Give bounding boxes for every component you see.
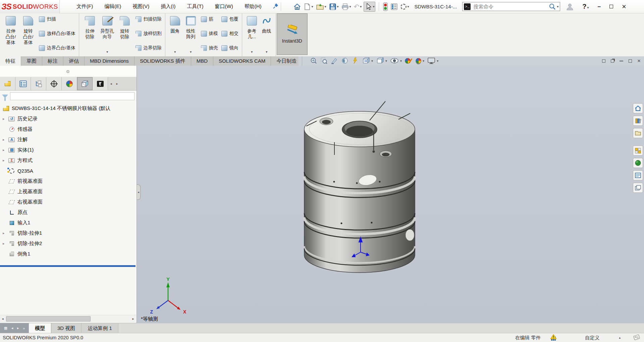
menu-help[interactable]: 帮助(H) [245, 3, 262, 10]
scroll-left-icon[interactable]: ◂ [0, 317, 5, 321]
doc-close-icon[interactable]: × [637, 58, 641, 64]
home-button[interactable] [292, 2, 302, 12]
design-library-icon[interactable] [633, 116, 643, 126]
tab-solidworks-cam[interactable]: SOLIDWORKS CAM [213, 56, 271, 66]
appearance-spray-icon[interactable] [352, 57, 359, 64]
mirror-button[interactable]: 镜向 [221, 45, 238, 51]
linear-pattern-dropdown-icon[interactable]: ▾ [190, 50, 192, 54]
tab-markup[interactable]: 标注 [42, 56, 63, 66]
hole-wizard-button[interactable]: 异型孔向导 ▾ [99, 14, 116, 55]
file-explorer-icon[interactable] [633, 128, 643, 138]
close-button[interactable]: × [622, 2, 626, 11]
tab-solidworks-addins[interactable]: SOLIDWORKS 插件 [135, 56, 191, 66]
options-dropdown-icon[interactable]: ▾ [407, 5, 409, 8]
boundary-cut-button[interactable]: 边界切除 [136, 45, 162, 51]
tree-item-imported1[interactable]: 输入1 [0, 218, 137, 228]
menu-insert[interactable]: 插入(I) [161, 3, 175, 10]
expand-arrow-icon[interactable]: ▸ [3, 158, 8, 163]
tree-filter-input[interactable] [10, 92, 135, 100]
displaymanager-appearance-tab[interactable] [62, 77, 77, 90]
nav-right-icon[interactable]: ▸ [17, 326, 19, 330]
user-account-icon[interactable] [566, 3, 574, 10]
tab-model[interactable]: 模型 [29, 323, 51, 333]
custom-properties-icon[interactable] [633, 170, 643, 180]
instant3d-toggle[interactable]: Instant3D [277, 13, 308, 55]
wrap-button[interactable]: 包覆 [221, 16, 238, 22]
extruded-cut-button[interactable]: 拉伸切除 [81, 14, 99, 55]
tree-item-history[interactable]: ▸ ↺ 历史记录 [0, 114, 137, 124]
extruded-boss-base-button[interactable]: 拉伸凸台/基体 [2, 14, 19, 55]
expand-arrow-icon[interactable]: ▸ [3, 241, 8, 246]
new-file-button[interactable]: ▾ [303, 2, 314, 12]
swept-boss-button[interactable]: 扫描 [39, 16, 75, 22]
fillet-dropdown-icon[interactable]: ▾ [174, 50, 176, 54]
search-icon[interactable] [549, 3, 556, 10]
appearances-icon[interactable] [633, 158, 643, 168]
select-button[interactable]: ▾ [364, 2, 375, 12]
revolved-cut-button[interactable]: 旋转切除 [116, 14, 133, 55]
hide-show-dropdown-icon[interactable]: ▾ [400, 59, 402, 63]
restore-button[interactable] [609, 5, 613, 8]
tree-item-origin[interactable]: 原点 [0, 207, 137, 218]
home-icon[interactable] [633, 103, 643, 113]
unit-system-tag-icon[interactable] [633, 334, 641, 341]
hide-show-items-icon[interactable]: ▾ [390, 57, 402, 64]
tree-item-sensors[interactable]: 传感器 [0, 124, 137, 134]
panel-splitter-knob[interactable] [66, 70, 69, 73]
view-settings-icon[interactable]: ▾ [427, 57, 438, 64]
rebuild-button[interactable] [382, 2, 388, 12]
tree-item-chamfer1[interactable]: 倒角1 [0, 249, 137, 259]
tree-item-material[interactable]: Q235A [0, 166, 137, 176]
menu-file[interactable]: 文件(F) [76, 3, 93, 10]
fillet-button[interactable]: 圆角 ▾ [167, 14, 183, 55]
tree-item-cut-extrude2[interactable]: ▸ 切除-拉伸2 [0, 238, 137, 249]
reference-geometry-button[interactable]: 参考几... ▾ [244, 14, 260, 55]
view-palette-icon[interactable] [633, 146, 643, 156]
tree-item-front-plane[interactable]: 前视基准面 [0, 176, 137, 186]
apply-scene-icon[interactable]: ▾ [416, 58, 424, 64]
view-settings-dropdown-icon[interactable]: ▾ [437, 59, 438, 63]
pin-menu-icon[interactable] [273, 3, 279, 10]
display-report-button[interactable] [390, 2, 398, 12]
tree-item-top-plane[interactable]: 上视基准面 [0, 186, 137, 197]
performance-warning-icon[interactable]: ! [550, 334, 558, 341]
hole-wizard-dropdown-icon[interactable]: ▾ [106, 50, 108, 54]
save-dropdown-icon[interactable]: ▾ [337, 5, 339, 8]
configurationmanager-tab[interactable] [31, 77, 46, 90]
view-orientation-dropdown-icon[interactable]: ▾ [371, 59, 373, 63]
zoom-to-area-icon[interactable] [320, 57, 328, 64]
search-input[interactable] [473, 4, 549, 9]
tree-item-cut-extrude1[interactable]: ▸ 切除-拉伸1 [0, 228, 137, 238]
edit-appearance-icon[interactable] [405, 58, 413, 64]
section-view-icon[interactable] [331, 57, 338, 64]
tree-item-right-plane[interactable]: 右视基准面 [0, 197, 137, 207]
section-cut-icon[interactable] [341, 57, 348, 64]
open-file-button[interactable]: ▾ [315, 2, 327, 12]
menu-window[interactable]: 窗口(W) [215, 3, 233, 10]
display-style-icon[interactable]: ▾ [376, 57, 387, 64]
panel-tabs-scroll-right[interactable]: ▸ [114, 77, 120, 90]
menu-view[interactable]: 视图(V) [132, 3, 149, 10]
reference-geometry-dropdown-icon[interactable]: ▾ [251, 50, 253, 54]
zoom-to-fit-icon[interactable] [310, 57, 317, 64]
lofted-boss-button[interactable]: 放样凸台/基体 [39, 31, 75, 37]
tab-motion-study1[interactable]: 运动算例 1 [82, 323, 118, 333]
panel-collapse-handle[interactable]: ◂ [137, 184, 141, 200]
customize-label[interactable]: 自定义 [585, 335, 600, 341]
expand-arrow-icon[interactable]: ▸ [3, 137, 8, 142]
panel-horizontal-scrollbar[interactable]: ◂ ▸ [0, 315, 136, 322]
displaymanager-cube-tab[interactable] [77, 77, 93, 90]
dimxpertmanager-tab[interactable] [46, 77, 62, 90]
shell-button[interactable]: 抽壳 [201, 45, 218, 51]
linear-pattern-button[interactable]: 线性阵列 ▾ [183, 14, 199, 55]
new-file-dropdown-icon[interactable]: ▾ [311, 5, 313, 8]
undo-dropdown-icon[interactable]: ▾ [360, 5, 362, 8]
tree-root[interactable]: SDWBS-31C-14-14 不锈钢膜片联轴器 (默认 [0, 103, 137, 114]
scroll-right-icon[interactable]: ▸ [130, 317, 136, 321]
pane-windows-icon[interactable] [633, 183, 643, 193]
tab-evaluate[interactable]: 评估 [63, 56, 85, 66]
model-coupling[interactable] [137, 66, 644, 323]
expand-arrow-icon[interactable]: ▸ [3, 117, 8, 121]
expand-arrow-icon[interactable]: ▸ [3, 148, 8, 152]
boundary-boss-button[interactable]: 边界凸台/基体 [39, 45, 75, 51]
